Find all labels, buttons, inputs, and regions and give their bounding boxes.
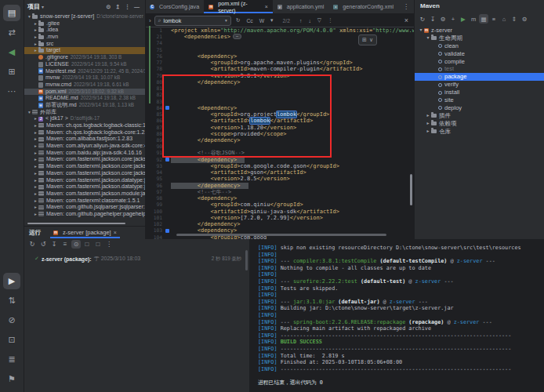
commit-icon[interactable]: ⇅ bbox=[3, 292, 20, 309]
chevron-icon[interactable]: ▸ bbox=[33, 122, 38, 129]
run-result-row[interactable]: ✓ z-server (package): 于 2025/3/10 18:03 … bbox=[24, 254, 249, 263]
chevron-down-icon[interactable]: ▾ bbox=[225, 18, 227, 23]
maven-item[interactable]: package bbox=[415, 73, 544, 81]
maven-gutter-icon[interactable] bbox=[165, 158, 169, 162]
editor-horizontal-scrollbar[interactable] bbox=[176, 234, 386, 236]
tree-item[interactable]: ▸J< jdk17 >D:\soft\jdk-17 bbox=[24, 115, 145, 122]
profiles-icon[interactable]: ▦ bbox=[479, 14, 488, 24]
code-text[interactable]: <version>1.18.20</version> bbox=[171, 125, 296, 131]
download-sources-icon[interactable]: ↧ bbox=[428, 14, 437, 24]
view-options-icon[interactable]: ≡ bbox=[60, 240, 70, 249]
code-text[interactable]: </dependency> bbox=[171, 221, 241, 227]
chevron-icon[interactable]: ▸ bbox=[425, 128, 431, 136]
editor-vertical-scrollbar[interactable] bbox=[410, 174, 412, 205]
editor-tab[interactable]: yapplication.yml bbox=[273, 0, 329, 13]
code-text[interactable]: <artifactId>lombok</artifactId> bbox=[171, 118, 313, 124]
line-number[interactable]: 102 bbox=[145, 221, 164, 227]
code-text[interactable]: <dependency> bbox=[171, 53, 237, 60]
chevron-icon[interactable]: ▸ bbox=[33, 136, 38, 143]
refresh-icon[interactable]: ↻ bbox=[418, 14, 427, 24]
chevron-icon[interactable]: ▸ bbox=[33, 183, 38, 191]
code-text[interactable]: <artifactId>gson</artifactId> bbox=[171, 169, 306, 176]
run-build-icon[interactable]: ▶ bbox=[459, 14, 468, 24]
code-text[interactable]: <dependency> bbox=[171, 157, 245, 163]
line-number[interactable]: 86 bbox=[145, 118, 164, 124]
line-number[interactable]: 82 bbox=[145, 92, 164, 98]
maven-item[interactable]: compile bbox=[415, 58, 544, 66]
build-console[interactable]: [INFO] skip non existing resourceDirecto… bbox=[249, 239, 544, 392]
line-number[interactable]: 94 bbox=[145, 169, 164, 176]
line-number[interactable]: 76 bbox=[145, 53, 164, 60]
hide-panel-icon[interactable]: — bbox=[132, 2, 141, 11]
line-number[interactable]: 91 bbox=[145, 150, 164, 156]
chevron-icon[interactable]: ▸ bbox=[33, 198, 38, 205]
tree-item[interactable]: ▸Maven: com.fasterxml:classmate:1.5.1 bbox=[24, 198, 145, 205]
maven-gutter-icon[interactable] bbox=[165, 229, 169, 233]
line-number[interactable]: 96 bbox=[145, 183, 164, 189]
chevron-icon[interactable]: ▸ bbox=[33, 27, 38, 34]
tree-item[interactable]: ▸Maven: com.fasterxml.jackson.core:jacks… bbox=[24, 170, 145, 177]
chevron-icon[interactable]: ▸ bbox=[33, 156, 38, 163]
line-number[interactable]: 101 bbox=[145, 215, 164, 221]
chevron-icon[interactable]: ▸ bbox=[425, 112, 431, 120]
maven-goal-icon[interactable]: m bbox=[469, 14, 478, 24]
code-text[interactable]: <dependency> bbox=[171, 105, 237, 111]
line-number[interactable]: 81 bbox=[145, 85, 164, 92]
run-panel-title[interactable]: 运行 bbox=[29, 229, 41, 237]
chevron-icon[interactable]: ▸ bbox=[33, 34, 38, 41]
maven-item[interactable]: ▸仓库 bbox=[415, 128, 544, 136]
code-text[interactable]: <version>2.8.5</version> bbox=[171, 176, 290, 182]
line-number[interactable]: 104 bbox=[145, 234, 164, 240]
chevron-icon[interactable]: ▾ bbox=[418, 27, 424, 34]
code-text[interactable]: <artifactId>qiniu-java-sdk</artifactId> bbox=[171, 209, 339, 215]
expand-search-icon[interactable]: › bbox=[149, 17, 151, 24]
chevron-icon[interactable]: ▸ bbox=[33, 170, 38, 177]
more-icon[interactable]: ⋮ bbox=[123, 2, 132, 11]
tree-item[interactable]: ▾外部库 bbox=[24, 109, 145, 116]
chevron-icon[interactable]: ▸ bbox=[425, 120, 431, 128]
more-tools-icon[interactable]: ⋯ bbox=[3, 83, 20, 100]
project-tree-scrollbar[interactable] bbox=[27, 223, 125, 224]
chevron-icon[interactable]: ▸ bbox=[33, 177, 38, 184]
tree-item[interactable]: M部署说明.md2022/9/14 19:18, 1.13 kB bbox=[24, 102, 145, 109]
todo-icon[interactable]: ≣ bbox=[3, 351, 20, 368]
line-number[interactable]: 97 bbox=[145, 189, 164, 195]
show-dependencies-icon[interactable]: ≡ bbox=[489, 14, 499, 24]
line-number[interactable]: 78 bbox=[145, 66, 164, 72]
more-icon[interactable]: ⋮ bbox=[326, 17, 335, 24]
code-text[interactable]: <version>3.8.1</version> bbox=[171, 73, 290, 79]
tree-item[interactable]: ▸.gitee bbox=[24, 20, 145, 27]
line-number[interactable]: 21 bbox=[145, 34, 164, 40]
maven-item[interactable]: ▸依赖项 bbox=[415, 120, 544, 128]
expand-output-icon[interactable]: □ bbox=[93, 240, 103, 249]
run-panel-scrollbar[interactable] bbox=[245, 250, 248, 270]
chevron-icon[interactable]: ▸ bbox=[33, 115, 38, 122]
services-icon[interactable]: ⊡ bbox=[3, 332, 20, 348]
collapse-output-icon[interactable]: □ bbox=[82, 240, 92, 249]
chevron-icon[interactable]: ▸ bbox=[33, 191, 38, 198]
code-text[interactable]: <dependencies>⋯ bbox=[171, 34, 241, 40]
line-number[interactable]: 83 bbox=[145, 99, 164, 105]
code-text[interactable]: <groupId>org.apache.maven.plugins</group… bbox=[171, 60, 353, 66]
tree-item[interactable]: mpom.xml2025/3/10 18:02, 9.32 kB bbox=[24, 89, 145, 96]
structure-icon[interactable]: ⊞ bbox=[3, 64, 20, 80]
tree-item[interactable]: .gitignore2022/9/14 19:18, 303 B bbox=[24, 54, 145, 61]
widget-grid-icon[interactable]: ⊞ bbox=[362, 37, 367, 43]
tree-item[interactable]: ▸Maven: com.alibaba:fastjson:1.2.83 bbox=[24, 136, 145, 143]
run-icon[interactable]: ▶ bbox=[3, 273, 20, 289]
chevron-icon[interactable]: ▸ bbox=[33, 204, 38, 211]
chevron-down-icon[interactable]: ▾ bbox=[42, 4, 44, 9]
tree-item[interactable]: ▾snow-server [z-server]D:\ctone\snow-ser… bbox=[24, 13, 145, 20]
offline-mode-icon[interactable]: ⌂ bbox=[499, 14, 509, 24]
whole-words-toggle[interactable]: W bbox=[258, 18, 266, 24]
project-icon[interactable]: ▤ bbox=[3, 5, 20, 21]
project-panel-title[interactable]: 项目 bbox=[27, 2, 40, 11]
rerun-failed-icon[interactable]: ↺ bbox=[38, 240, 48, 249]
problems-icon[interactable]: ⊘ bbox=[3, 312, 20, 328]
editor-tab[interactable]: xgeneratorConfig.xml bbox=[328, 0, 398, 13]
tree-item[interactable]: mvnw2022/9/14 19:18, 10.07 kB bbox=[24, 74, 145, 82]
line-number[interactable]: 77 bbox=[145, 60, 164, 66]
chevron-icon[interactable]: ▾ bbox=[27, 13, 32, 20]
close-search-icon[interactable]: × bbox=[404, 16, 410, 24]
tree-item[interactable]: ▸Maven: ch.qos.logback:logback-classic:1… bbox=[24, 122, 145, 129]
